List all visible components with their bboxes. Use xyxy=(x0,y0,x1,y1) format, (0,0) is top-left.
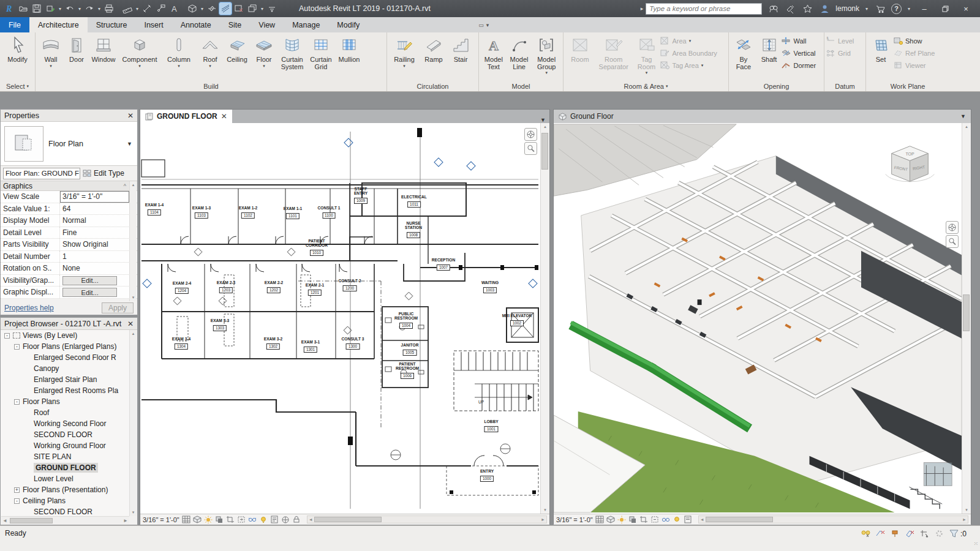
visual-style-icon[interactable] xyxy=(193,515,202,523)
visibility-edit-button[interactable]: Edit... xyxy=(62,276,117,285)
tree-item-ceiling-plans[interactable]: -Ceiling Plans xyxy=(1,495,129,506)
detail-level-value[interactable]: Fine xyxy=(60,227,129,239)
measure-dropdown-caret[interactable]: ▾ xyxy=(135,6,140,12)
panel-label-select[interactable]: Select▾ xyxy=(0,81,35,91)
floor-button[interactable]: Floor▾ xyxy=(251,34,277,69)
detail-level-icon[interactable] xyxy=(182,515,190,523)
collapse-icon[interactable]: - xyxy=(14,498,20,504)
tree-item-working-second-floor[interactable]: Working Second Floor xyxy=(1,418,129,429)
reveal-hidden-icon[interactable] xyxy=(259,515,268,523)
tab-annotate[interactable]: Annotate xyxy=(172,17,220,32)
zoom-icon[interactable] xyxy=(524,142,537,155)
user-avatar-icon[interactable] xyxy=(818,2,831,15)
tree-item-floor-plans[interactable]: -Floor Plans xyxy=(1,396,129,407)
collapse-icon[interactable]: - xyxy=(14,399,20,405)
minimize-button[interactable]: – xyxy=(916,2,932,15)
tree-item-ceiling-second-floor[interactable]: SECOND FLOOR xyxy=(1,506,129,516)
sun-path-icon[interactable] xyxy=(617,515,626,523)
filter-icon[interactable] xyxy=(949,529,959,538)
help-search-input[interactable] xyxy=(646,3,762,15)
instance-selector[interactable]: Floor Plan: GROUND F∨ xyxy=(3,168,80,179)
resize-grip[interactable]: ⁙ xyxy=(973,541,979,547)
ramp-button[interactable]: Ramp xyxy=(420,34,448,64)
tree-item-working-ground-floor[interactable]: Working Ground Floor xyxy=(1,440,129,451)
sync-dropdown-caret[interactable]: ▾ xyxy=(58,6,62,12)
view-3d-header[interactable]: Ground Floor ▼ xyxy=(554,110,971,123)
by-face-button[interactable]: By Face xyxy=(731,34,756,71)
window-button[interactable]: Window xyxy=(89,34,118,64)
redo-icon[interactable] xyxy=(83,2,96,15)
window-menu-caret-icon[interactable]: ▼ xyxy=(960,113,966,119)
worksharing-display-icon[interactable] xyxy=(281,515,290,523)
modify-button[interactable]: Modify xyxy=(7,34,28,64)
temporary-hide-icon[interactable] xyxy=(248,515,257,523)
section-icon[interactable] xyxy=(206,2,218,15)
user-dropdown-caret[interactable]: ▾ xyxy=(864,6,869,12)
drag-elements-toggle-icon[interactable] xyxy=(919,529,930,538)
text-icon[interactable]: A xyxy=(168,2,180,15)
show-work-plane-button[interactable]: Show xyxy=(894,36,945,46)
tree-item-canopy[interactable]: Canopy xyxy=(1,363,129,374)
tree-item-views-by-level[interactable]: -Views (By Level) xyxy=(1,330,129,341)
tree-item-roof[interactable]: Roof xyxy=(1,407,129,418)
tab-modify[interactable]: Modify xyxy=(328,17,368,32)
default-3d-view-icon[interactable] xyxy=(186,2,198,15)
view-3d-scale[interactable]: 3/16" = 1'-0" xyxy=(556,516,593,523)
tree-item-ground-floor[interactable]: GROUND FLOOR xyxy=(1,462,129,473)
switch-windows-dropdown-caret[interactable]: ▾ xyxy=(260,6,265,12)
measure-icon[interactable] xyxy=(121,2,134,15)
app-store-cart-icon[interactable] xyxy=(874,2,886,15)
tree-item-lower-level[interactable]: Lower Level xyxy=(1,473,129,484)
ribbon-state-caret-icon[interactable]: ▾ xyxy=(486,22,489,28)
rotation-value[interactable]: None xyxy=(60,263,129,274)
expand-icon[interactable]: + xyxy=(14,487,20,493)
favorites-icon[interactable] xyxy=(801,2,813,15)
tree-item-enlarged-second-floor[interactable]: Enlarged Second Floor R xyxy=(1,352,129,363)
undo-icon[interactable] xyxy=(64,2,76,15)
temporary-view-properties-icon[interactable] xyxy=(684,515,692,523)
roof-button[interactable]: Roof▾ xyxy=(197,34,224,69)
railing-button[interactable]: Railing▾ xyxy=(389,34,420,69)
tab-site[interactable]: Site xyxy=(220,17,251,32)
tab-view[interactable]: View xyxy=(250,17,284,32)
temporary-view-properties-icon[interactable] xyxy=(270,515,279,523)
select-underlay-toggle-icon[interactable] xyxy=(875,529,886,538)
model-line-button[interactable]: Model Line xyxy=(507,34,532,71)
browser-vscrollbar[interactable]: ▴▾ xyxy=(129,330,137,516)
set-work-plane-button[interactable]: Set xyxy=(868,34,894,64)
ribbon-state-icon[interactable]: ▭ xyxy=(478,22,484,28)
vertical-opening-button[interactable]: Vertical xyxy=(782,48,822,58)
tag-icon[interactable] xyxy=(154,2,167,15)
scale-value[interactable]: 64 xyxy=(60,203,129,215)
restore-button[interactable] xyxy=(937,2,953,15)
door-button[interactable]: Door xyxy=(64,34,89,64)
close-button[interactable]: × xyxy=(958,2,974,15)
search-icon[interactable] xyxy=(767,2,779,15)
redo-dropdown-caret[interactable]: ▾ xyxy=(97,6,102,12)
tree-item-site-plan[interactable]: SITE PLAN xyxy=(1,451,129,462)
stair-button[interactable]: Stair xyxy=(448,34,473,64)
tab-file[interactable]: File xyxy=(0,17,29,32)
open-icon[interactable] xyxy=(17,2,29,15)
close-view-icon[interactable]: ✕ xyxy=(221,112,227,121)
wall-button[interactable]: Wall▾ xyxy=(37,34,64,69)
properties-scrollbar[interactable]: ▴▾ xyxy=(129,181,137,301)
select-pinned-toggle-icon[interactable] xyxy=(890,529,900,538)
close-icon[interactable]: ✕ xyxy=(127,111,134,120)
tree-item-floor-plans-enlarged[interactable]: -Floor Plans (Enlarged Plans) xyxy=(1,341,129,352)
tree-item-enlarged-stair-plan[interactable]: Enlarged Stair Plan xyxy=(1,374,129,385)
close-icon[interactable]: ✕ xyxy=(127,320,134,328)
tab-list-caret-icon[interactable]: ▼ xyxy=(537,117,549,123)
undo-dropdown-caret[interactable]: ▾ xyxy=(77,6,82,12)
view-scale-value[interactable]: 3/16" = 1'-0" xyxy=(60,191,129,203)
properties-help-link[interactable]: Properties help xyxy=(4,304,54,312)
communication-center-icon[interactable] xyxy=(784,2,796,15)
thin-lines-toggle-icon[interactable] xyxy=(219,2,232,15)
browser-hscrollbar[interactable]: ◄► xyxy=(1,516,129,524)
close-hidden-windows-icon[interactable] xyxy=(233,2,245,15)
view-3d-vscrollbar[interactable]: ▴▾ xyxy=(962,123,971,514)
constraints-icon[interactable] xyxy=(292,515,301,523)
dormer-button[interactable]: Dormer xyxy=(782,60,822,70)
mullion-button[interactable]: Mullion xyxy=(335,34,363,64)
ceiling-button[interactable]: Ceiling xyxy=(224,34,251,64)
